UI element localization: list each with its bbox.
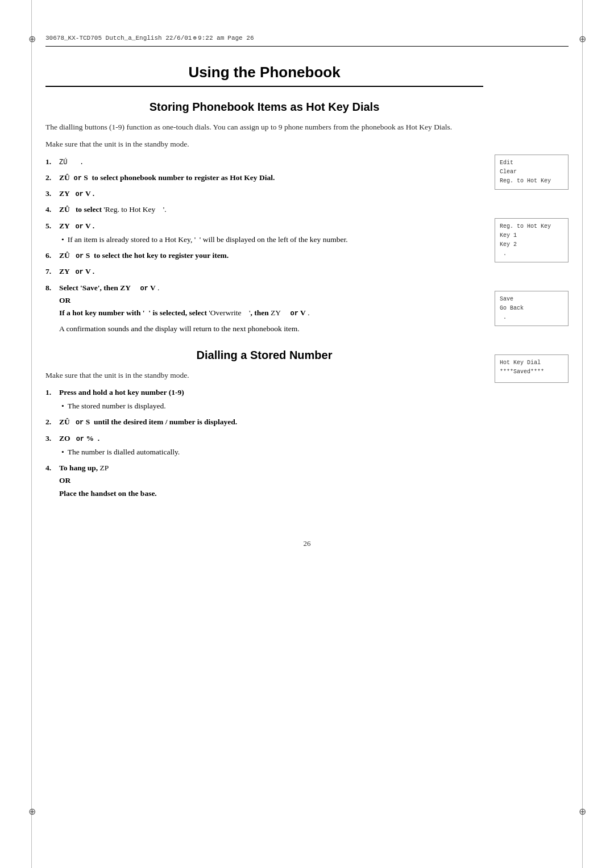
sidebar-box4-line2: ****Saved**** [500, 368, 563, 377]
step-3-content: ZY or V . [59, 188, 483, 199]
step-6-num: 6. [45, 250, 56, 261]
step-5: 5. ZY or V . If an item is already store… [45, 220, 483, 246]
step-8-footer: A confirmation sounds and the display wi… [59, 323, 483, 335]
step-8-content: Select 'Save', then ZY or V . OR If a ho… [59, 282, 483, 335]
step-1-content: ZÚ . [59, 156, 483, 168]
step-4-num: 4. [45, 204, 56, 215]
step-4: 4. ZÛ to select 'Reg. to Hot Key '. [45, 204, 483, 215]
step-3: 3. ZY or V . [45, 188, 483, 199]
s2-step-4-content: To hang up, ZP OR Place the handset on t… [59, 462, 483, 499]
sidebar-box2-line3: Key 2 [500, 240, 563, 249]
main-text: Using the Phonebook Storing Phonebook It… [45, 64, 483, 505]
header-time: 9:22 am [198, 35, 224, 41]
step-5-num: 5. [45, 220, 56, 232]
s2-step-1-content: Press and hold a hot key number (1-9) Th… [59, 387, 483, 412]
s2-step-3-num: 3. [45, 433, 56, 444]
step-8-num: 8. [45, 282, 56, 294]
sidebar-box2-line2: Key 1 [500, 231, 563, 240]
sidebar-box1-line1: Edit [500, 158, 563, 168]
sidebar-box2-line1: Reg. to Hot Key [500, 222, 563, 231]
side-line-left [31, 0, 32, 868]
sidebar-box-1: Edit Clear Reg. to Hot Key [495, 155, 569, 190]
step-7-content: ZY or V . [59, 266, 483, 277]
s2-step-3-subbullet: The number is dialled automatically. [61, 446, 483, 458]
step-5-subbullet: If an item is already stored to a Hot Ke… [61, 234, 483, 245]
cross-left-bottom: ⊕ [26, 806, 38, 817]
s2-step-4-or: OR [59, 475, 483, 486]
sidebar-box3-line1: Save [500, 295, 563, 304]
s2-step-4-num: 4. [45, 462, 56, 474]
sidebar-box3-line3: . [500, 313, 563, 322]
s2-step-2-num: 2. [45, 416, 56, 428]
step-1-num: 1. [45, 156, 56, 168]
header-cross-icon: ⊕ [193, 34, 197, 41]
sidebar-box-2: Reg. to Hot Key Key 1 Key 2 . [495, 218, 569, 262]
section1-intro-2: Make sure that the unit is in the standb… [45, 139, 483, 150]
side-line-right [582, 0, 583, 868]
s2-step-2: 2. ZÛ or S until the desired item / numb… [45, 416, 483, 428]
step-3-num: 3. [45, 188, 56, 199]
section2-steps: 1. Press and hold a hot key number (1-9)… [45, 387, 483, 499]
section1-intro-1: The dialling buttons (1-9) function as o… [45, 122, 483, 133]
step-2-num: 2. [45, 172, 56, 183]
sidebar-box-4: Hot Key Dial ****Saved**** [495, 354, 569, 383]
step-1-mono: ZÚ . [59, 158, 84, 166]
sidebar: Edit Clear Reg. to Hot Key Reg. to Hot K… [495, 64, 569, 505]
sidebar-box-3: Save Go Back . [495, 291, 569, 326]
section2-intro: Make sure that the unit is in the standb… [45, 370, 483, 381]
step-1: 1. ZÚ . [45, 156, 483, 168]
step-4-content: ZÛ to select 'Reg. to Hot Key '. [59, 204, 483, 215]
step-2: 2. ZÛ or S to select phonebook number to… [45, 172, 483, 183]
step-7: 7. ZY or V . [45, 266, 483, 277]
cross-right-bottom: ⊕ [576, 806, 588, 817]
page-title: Using the Phonebook [45, 64, 483, 87]
s2-step-1: 1. Press and hold a hot key number (1-9)… [45, 387, 483, 412]
step-6: 6. ZÛ or S to select the hot key to regi… [45, 250, 483, 261]
sidebar-box4-line1: Hot Key Dial [500, 358, 563, 368]
s2-step-3-content: ZO or % . The number is dialled automati… [59, 433, 483, 458]
step-7-num: 7. [45, 266, 56, 277]
step-2-content: ZÛ or S to select phonebook number to re… [59, 172, 483, 183]
sidebar-box1-line2: Clear [500, 168, 563, 177]
header-page: Page 26 [227, 35, 254, 41]
s2-step-1-subbullet: The stored number is displayed. [61, 400, 483, 412]
step-8: 8. Select 'Save', then ZY or V . OR If a… [45, 282, 483, 335]
s2-step-2-content: ZÛ or S until the desired item / number … [59, 416, 483, 428]
step-6-content: ZÛ or S to select the hot key to registe… [59, 250, 483, 261]
s2-step-1-num: 1. [45, 387, 56, 398]
sidebar-box3-line2: Go Back [500, 304, 563, 313]
step-5-content: ZY or V . If an item is already stored t… [59, 220, 483, 246]
s2-step-4: 4. To hang up, ZP OR Place the handset o… [45, 462, 483, 499]
page-number: 26 [45, 539, 569, 548]
sidebar-box2-line4: . [500, 249, 563, 258]
step-8-or: OR [59, 295, 483, 306]
page: ⊕ ⊕ ⊕ ⊕ 30678_KX-TCD705 Dutch_a_English … [0, 0, 614, 868]
section1-steps: 1. ZÚ . 2. ZÛ or S to select phonebook n… [45, 156, 483, 335]
s2-step-3: 3. ZO or % . The number is dialled autom… [45, 433, 483, 458]
header-text: 30678_KX-TCD705 Dutch_a_English 22/6/01 [45, 35, 192, 41]
cross-left-top: ⊕ [26, 33, 38, 44]
section1-title: Storing Phonebook Items as Hot Key Dials [45, 101, 483, 114]
content-area: Using the Phonebook Storing Phonebook It… [45, 64, 569, 505]
sidebar-box1-line3: Reg. to Hot Key [500, 177, 563, 186]
header: 30678_KX-TCD705 Dutch_a_English 22/6/01 … [45, 34, 569, 41]
top-border [45, 46, 569, 47]
cross-right-top: ⊕ [576, 33, 588, 44]
section2-title: Dialling a Stored Number [45, 349, 483, 362]
